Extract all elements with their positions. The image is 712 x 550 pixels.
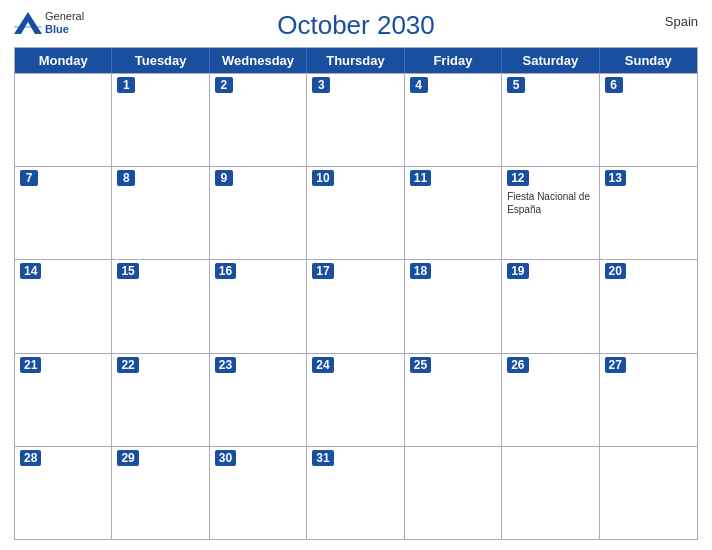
day-number: 4 xyxy=(410,77,428,93)
day-header-saturday: Saturday xyxy=(502,48,599,73)
day-header-friday: Friday xyxy=(405,48,502,73)
day-cell-20: 20 xyxy=(600,260,697,352)
day-header-wednesday: Wednesday xyxy=(210,48,307,73)
day-cell-empty-6 xyxy=(600,447,697,539)
day-number: 27 xyxy=(605,357,626,373)
day-number: 26 xyxy=(507,357,528,373)
event-text: Fiesta Nacional de España xyxy=(507,190,593,216)
day-cell-25: 25 xyxy=(405,354,502,446)
day-number: 29 xyxy=(117,450,138,466)
weeks-container: 123456789101112Fiesta Nacional de España… xyxy=(15,73,697,539)
day-cell-3: 3 xyxy=(307,74,404,166)
day-number: 28 xyxy=(20,450,41,466)
calendar-title: October 2030 xyxy=(277,10,435,41)
day-number: 15 xyxy=(117,263,138,279)
day-number: 23 xyxy=(215,357,236,373)
day-cell-17: 17 xyxy=(307,260,404,352)
day-number: 24 xyxy=(312,357,333,373)
day-cell-13: 13 xyxy=(600,167,697,259)
day-number: 22 xyxy=(117,357,138,373)
logo-icon xyxy=(14,12,42,34)
day-cell-31: 31 xyxy=(307,447,404,539)
svg-rect-2 xyxy=(14,26,42,28)
day-number: 8 xyxy=(117,170,135,186)
week-row-3: 21222324252627 xyxy=(15,353,697,446)
day-cell-16: 16 xyxy=(210,260,307,352)
day-cell-4: 4 xyxy=(405,74,502,166)
calendar-wrapper: General Blue October 2030 Spain MondayTu… xyxy=(0,0,712,550)
calendar-grid: MondayTuesdayWednesdayThursdayFridaySatu… xyxy=(14,47,698,540)
day-headers: MondayTuesdayWednesdayThursdayFridaySatu… xyxy=(15,48,697,73)
day-cell-7: 7 xyxy=(15,167,112,259)
week-row-2: 14151617181920 xyxy=(15,259,697,352)
country-label: Spain xyxy=(665,14,698,29)
day-cell-30: 30 xyxy=(210,447,307,539)
day-cell-11: 11 xyxy=(405,167,502,259)
day-header-sunday: Sunday xyxy=(600,48,697,73)
day-cell-9: 9 xyxy=(210,167,307,259)
day-cell-14: 14 xyxy=(15,260,112,352)
day-number: 3 xyxy=(312,77,330,93)
day-header-tuesday: Tuesday xyxy=(112,48,209,73)
day-cell-24: 24 xyxy=(307,354,404,446)
day-header-monday: Monday xyxy=(15,48,112,73)
day-number: 25 xyxy=(410,357,431,373)
day-number: 7 xyxy=(20,170,38,186)
day-number: 31 xyxy=(312,450,333,466)
day-number: 1 xyxy=(117,77,135,93)
day-cell-empty-4 xyxy=(405,447,502,539)
day-number: 6 xyxy=(605,77,623,93)
day-cell-18: 18 xyxy=(405,260,502,352)
header-row: General Blue October 2030 Spain xyxy=(14,10,698,41)
day-cell-empty-5 xyxy=(502,447,599,539)
logo: General Blue xyxy=(14,10,84,36)
day-number: 9 xyxy=(215,170,233,186)
day-cell-27: 27 xyxy=(600,354,697,446)
day-header-thursday: Thursday xyxy=(307,48,404,73)
day-number: 30 xyxy=(215,450,236,466)
day-cell-21: 21 xyxy=(15,354,112,446)
day-cell-12: 12Fiesta Nacional de España xyxy=(502,167,599,259)
day-number: 10 xyxy=(312,170,333,186)
logo-general: General xyxy=(45,10,84,23)
day-number: 12 xyxy=(507,170,528,186)
day-number: 18 xyxy=(410,263,431,279)
day-number: 16 xyxy=(215,263,236,279)
week-row-4: 28293031 xyxy=(15,446,697,539)
day-cell-22: 22 xyxy=(112,354,209,446)
day-number: 14 xyxy=(20,263,41,279)
day-number: 2 xyxy=(215,77,233,93)
day-number: 11 xyxy=(410,170,431,186)
day-cell-empty-0 xyxy=(15,74,112,166)
week-row-0: 123456 xyxy=(15,73,697,166)
day-cell-8: 8 xyxy=(112,167,209,259)
day-cell-26: 26 xyxy=(502,354,599,446)
day-cell-10: 10 xyxy=(307,167,404,259)
day-cell-6: 6 xyxy=(600,74,697,166)
day-cell-23: 23 xyxy=(210,354,307,446)
day-cell-19: 19 xyxy=(502,260,599,352)
week-row-1: 789101112Fiesta Nacional de España13 xyxy=(15,166,697,259)
day-number: 20 xyxy=(605,263,626,279)
logo-blue: Blue xyxy=(45,23,84,36)
day-number: 13 xyxy=(605,170,626,186)
day-number: 19 xyxy=(507,263,528,279)
day-cell-28: 28 xyxy=(15,447,112,539)
day-cell-5: 5 xyxy=(502,74,599,166)
day-cell-1: 1 xyxy=(112,74,209,166)
day-number: 21 xyxy=(20,357,41,373)
day-number: 5 xyxy=(507,77,525,93)
day-cell-29: 29 xyxy=(112,447,209,539)
day-cell-15: 15 xyxy=(112,260,209,352)
day-number: 17 xyxy=(312,263,333,279)
day-cell-2: 2 xyxy=(210,74,307,166)
